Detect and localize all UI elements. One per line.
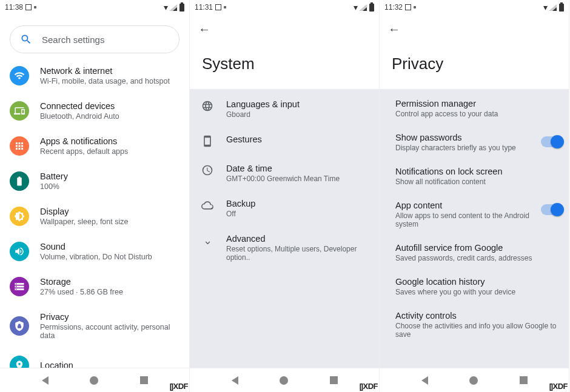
location-icon: [10, 356, 29, 368]
privacy-icon: [10, 316, 29, 336]
status-app-icon: [405, 4, 411, 10]
clock-icon: [201, 164, 214, 177]
row-permission-manager[interactable]: Permission manager Control app access to…: [380, 91, 569, 125]
chevron-down-icon: ⌄: [201, 234, 214, 247]
status-dot-icon: [224, 6, 226, 8]
back-icon[interactable]: ←: [198, 22, 210, 36]
status-dot-icon: [414, 6, 416, 8]
row-backup[interactable]: Backup Off: [190, 191, 379, 226]
row-autofill[interactable]: Autofill service from Google Saved passw…: [380, 236, 569, 270]
watermark-label: ]XDF: [549, 382, 568, 391]
search-placeholder: Search settings: [42, 35, 104, 45]
nav-back-icon[interactable]: [421, 376, 428, 385]
cloud-icon: [201, 199, 214, 212]
nav-recent-icon[interactable]: [330, 376, 338, 384]
status-bar: 11:31 ▾: [190, 0, 379, 15]
toggle-app-content[interactable]: [541, 204, 562, 215]
status-time: 11:32: [384, 3, 403, 12]
row-languages[interactable]: Languages & input Gboard: [190, 91, 379, 127]
settings-list: Network & internet Wi-Fi, mobile, data u…: [0, 58, 189, 368]
status-bar: 11:38 ▾: [0, 0, 189, 15]
settings-row-apps[interactable]: Apps & notifications Recent apps, defaul…: [0, 128, 189, 164]
signal-icon: [549, 4, 557, 11]
search-input[interactable]: Search settings: [10, 25, 179, 53]
battery-icon: [559, 4, 564, 12]
nav-bar: ]XDF: [0, 368, 189, 392]
row-show-passwords[interactable]: Show passwords Display characters briefl…: [380, 125, 569, 159]
wifi-icon: ▾: [354, 3, 358, 12]
settings-row-display[interactable]: Display Wallpaper, sleep, font size: [0, 199, 189, 234]
toggle-show-passwords[interactable]: [541, 136, 562, 147]
status-bar: 11:32 ▾: [380, 0, 569, 15]
nav-back-icon[interactable]: [232, 376, 238, 385]
storage-icon: [10, 277, 29, 296]
page-title: Privacy: [380, 44, 569, 89]
battery-icon: [179, 4, 184, 12]
row-advanced[interactable]: ⌄ Advanced Reset options, Multiple users…: [190, 226, 379, 270]
settings-row-network[interactable]: Network & internet Wi-Fi, mobile, data u…: [0, 58, 189, 93]
status-time: 11:31: [195, 3, 213, 12]
battery-icon: [369, 4, 374, 12]
system-screen: 11:31 ▾ ← System Languages & input Gboar…: [190, 0, 380, 392]
volume-icon: [10, 242, 29, 261]
phone-icon: [201, 135, 214, 148]
row-location-history[interactable]: Google location history Saves where you …: [380, 270, 569, 304]
status-time: 11:38: [5, 3, 23, 12]
back-icon[interactable]: ←: [388, 22, 400, 36]
row-activity-controls[interactable]: Activity controls Choose the activities …: [380, 304, 569, 346]
display-icon: [10, 207, 29, 226]
row-gestures[interactable]: Gestures: [190, 127, 379, 156]
devices-icon: [10, 101, 29, 121]
settings-sub: Wi-Fi, mobile, data usage, and hotspot: [40, 77, 170, 85]
settings-row-sound[interactable]: Sound Volume, vibration, Do Not Disturb: [0, 234, 189, 269]
nav-bar: ]XDF: [380, 368, 569, 392]
wifi-icon: ▾: [164, 3, 168, 12]
status-dot-icon: [34, 6, 36, 8]
globe-icon: [201, 99, 214, 113]
apps-icon: [10, 136, 29, 156]
settings-row-connected[interactable]: Connected devices Bluetooth, Android Aut…: [0, 93, 189, 128]
settings-main-screen: 11:38 ▾ Search settings Network & intern…: [0, 0, 190, 392]
settings-row-battery[interactable]: Battery 100%: [0, 164, 189, 199]
battery-row-icon: [10, 171, 29, 191]
wifi-icon: [10, 66, 29, 85]
nav-home-icon[interactable]: [469, 376, 478, 385]
settings-row-location[interactable]: Location: [0, 348, 189, 368]
nav-recent-icon[interactable]: [520, 376, 528, 384]
status-app-icon: [215, 4, 221, 10]
system-panel: Languages & input Gboard Gestures Date &…: [190, 89, 379, 368]
row-app-content[interactable]: App content Allow apps to send content t…: [380, 193, 569, 236]
nav-recent-icon[interactable]: [140, 376, 148, 384]
settings-title: Network & internet: [40, 66, 170, 76]
page-title: System: [190, 44, 379, 89]
watermark-label: ]XDF: [360, 382, 378, 391]
settings-row-storage[interactable]: Storage 27% used · 5.86 GB free: [0, 269, 189, 304]
privacy-panel: Permission manager Control app access to…: [380, 89, 569, 368]
signal-icon: [359, 4, 367, 11]
signal-icon: [169, 4, 177, 11]
nav-back-icon[interactable]: [42, 376, 49, 385]
nav-home-icon[interactable]: [90, 376, 98, 385]
status-app-icon: [25, 4, 32, 10]
search-icon: [20, 33, 32, 45]
wifi-icon: ▾: [543, 3, 548, 12]
row-datetime[interactable]: Date & time GMT+00:00 Greenwich Mean Tim…: [190, 156, 379, 191]
nav-bar: ]XDF: [190, 368, 379, 392]
settings-row-privacy[interactable]: Privacy Permissions, account activity, p…: [0, 304, 189, 348]
row-notifications-lock[interactable]: Notifications on lock screen Show all no…: [380, 159, 569, 193]
watermark-label: ]XDF: [170, 382, 188, 391]
privacy-screen: 11:32 ▾ ← Privacy Permission manager Con…: [380, 0, 569, 392]
nav-home-icon[interactable]: [280, 376, 288, 385]
